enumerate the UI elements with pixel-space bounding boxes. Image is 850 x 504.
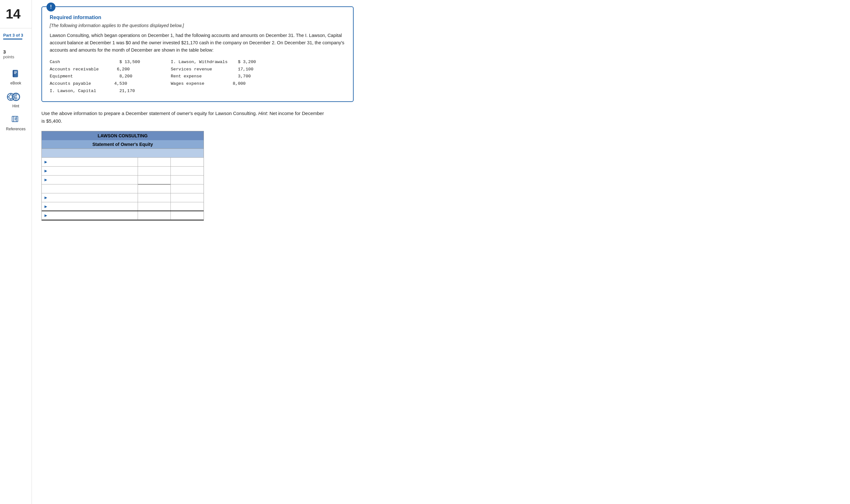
row7-value1 <box>138 211 171 220</box>
row1-label: ► <box>42 157 138 166</box>
points-label: points <box>0 54 14 59</box>
hint-icon <box>10 91 22 103</box>
row7-value2[interactable] <box>171 211 203 220</box>
row2-label: ► <box>42 166 138 175</box>
row1-input1[interactable] <box>140 160 168 164</box>
acct-rvalue-0: $ 3,200 <box>238 59 256 64</box>
row5-input1[interactable] <box>140 195 168 200</box>
acct-rlabel-0: I. Lawson, Withdrawals <box>171 59 228 64</box>
row7-label: ► <box>42 211 138 220</box>
main-content: ! Required information [The following in… <box>32 0 363 504</box>
statement-row-7: ► <box>42 211 203 220</box>
row5-value1[interactable] <box>138 193 171 202</box>
row2-value2 <box>171 166 203 175</box>
acct-label-3: Accounts payable <box>50 81 91 86</box>
references-label: References <box>6 127 25 131</box>
statement-company-name: LAWSON CONSULTING <box>42 131 203 140</box>
info-icon: ! <box>47 3 55 12</box>
accounts-row-1: Accounts receivable 6,200 Services reven… <box>50 66 345 73</box>
accounts-table: Cash $ 13,500 I. Lawson, Withdrawals $ 3… <box>50 59 345 95</box>
statement-row-6: ► <box>42 202 203 211</box>
row3-label: ► <box>42 175 138 184</box>
row4-value1 <box>138 184 171 193</box>
part-label: Part 3 of 3 <box>0 33 23 38</box>
row3-input1[interactable] <box>140 177 168 182</box>
ebook-tool[interactable]: eBook <box>10 68 22 85</box>
row5-label: ► <box>42 193 138 202</box>
row3-arrow: ► <box>44 177 48 182</box>
acct-value-0: $ 13,500 <box>120 59 140 64</box>
hint-tool[interactable]: Hint <box>10 91 22 108</box>
ebook-icon <box>10 68 22 80</box>
row6-arrow: ► <box>44 204 48 209</box>
sidebar: 14 Part 3 of 3 3 points eBook <box>0 0 32 504</box>
info-box: ! Required information [The following in… <box>41 6 354 102</box>
info-subtitle: [The following information applies to th… <box>50 23 345 28</box>
row4-label <box>42 184 138 193</box>
acct-value-2: 8,200 <box>120 74 132 79</box>
row4-value2 <box>171 184 203 193</box>
statement-title: Statement of Owner's Equity <box>42 140 203 148</box>
acct-label-0: Cash <box>50 59 60 64</box>
info-title: Required information <box>50 15 345 20</box>
svg-rect-3 <box>14 72 17 73</box>
row1-arrow: ► <box>44 159 48 164</box>
svg-rect-1 <box>13 70 14 77</box>
acct-value-3: 4,530 <box>114 81 127 86</box>
row6-value1 <box>138 202 171 211</box>
row2-arrow: ► <box>44 168 48 173</box>
instruction-text: Use the above information to prepare a D… <box>41 110 328 125</box>
svg-rect-2 <box>14 71 17 72</box>
references-tool[interactable]: References <box>6 114 25 131</box>
statement-row-2: ► <box>42 166 203 175</box>
row1-value1[interactable] <box>138 157 171 166</box>
ebook-label: eBook <box>10 81 21 85</box>
acct-value-1: 6,200 <box>117 67 130 72</box>
accounts-row-4: I. Lawson, Capital 21,170 <box>50 88 345 95</box>
points-value: 3 <box>0 49 6 54</box>
row3-value1[interactable] <box>138 175 171 184</box>
row6-label: ► <box>42 202 138 211</box>
acct-rvalue-3: 8,000 <box>233 81 246 86</box>
acct-label-4: I. Lawson, Capital <box>50 89 96 93</box>
row3-value2 <box>171 175 203 184</box>
acct-label-2: Equipment <box>50 74 73 79</box>
row5-value2 <box>171 193 203 202</box>
statement-row-1: ► <box>42 157 203 166</box>
instruction-main: Use the above information to prepare a D… <box>41 111 258 116</box>
acct-value-4: 21,170 <box>120 89 135 93</box>
references-icon <box>10 114 22 126</box>
svg-point-11 <box>9 95 13 99</box>
accounts-row-2: Equipment 8,200 Rent expense 3,700 <box>50 73 345 80</box>
sidebar-tools: eBook <box>0 68 32 131</box>
accounts-row-0: Cash $ 13,500 I. Lawson, Withdrawals $ 3… <box>50 59 345 66</box>
accounts-row-3: Accounts payable 4,530 Wages expense 8,0… <box>50 80 345 88</box>
statement-row-4 <box>42 184 203 193</box>
acct-rlabel-3: Wages expense <box>171 81 204 86</box>
acct-rvalue-2: 3,700 <box>238 74 251 79</box>
acct-rlabel-2: Rent expense <box>171 74 202 79</box>
info-body: Lawson Consulting, which began operation… <box>50 32 345 54</box>
statement-container: LAWSON CONSULTING Statement of Owner's E… <box>41 131 204 221</box>
acct-label-1: Accounts receivable <box>50 67 99 72</box>
hint-keyword: Hint <box>258 111 267 116</box>
acct-rlabel-1: Services revenue <box>171 67 212 72</box>
row7-arrow: ► <box>44 213 48 218</box>
row6-value2[interactable] <box>171 202 203 211</box>
acct-rvalue-1: 17,100 <box>238 67 254 72</box>
statement-spacer <box>42 148 203 157</box>
problem-number: 14 <box>0 6 21 22</box>
row2-input1[interactable] <box>140 168 168 173</box>
row5-arrow: ► <box>44 195 48 200</box>
part-underline <box>3 39 22 39</box>
row6-input2[interactable] <box>173 204 202 209</box>
row7-input2[interactable] <box>173 213 202 218</box>
row2-value1[interactable] <box>138 166 171 175</box>
statement-row-5: ► <box>42 193 203 202</box>
statement-table: ► ► <box>42 157 203 221</box>
svg-rect-4 <box>14 73 16 74</box>
hint-label: Hint <box>13 104 19 108</box>
row1-value2 <box>171 157 203 166</box>
statement-row-3: ► <box>42 175 203 184</box>
